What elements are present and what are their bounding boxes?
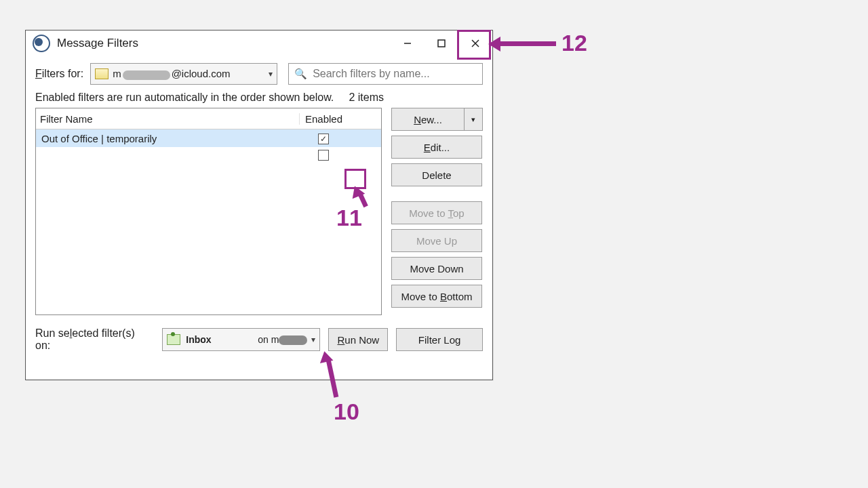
main-area: Filter Name Enabled Out of Office | temp… [35,108,483,315]
filters-for-label: Filters for: [35,68,83,80]
filter-row[interactable]: Out of Office | temporarily [36,129,381,147]
info-row: Enabled filters are run automatically in… [35,92,384,104]
filter-list[interactable]: Filter Name Enabled Out of Office | temp… [35,108,382,315]
inbox-icon [167,334,180,345]
annotation-label-11: 11 [336,205,362,231]
window-body: Filters for: m@icloud.com ▾ 🔍 Enabled fi… [26,56,492,361]
move-top-button[interactable]: Move to Top [391,201,482,224]
move-down-button[interactable]: Move Down [391,257,482,280]
app-icon [33,35,50,52]
item-count: 2 items [349,92,384,104]
minimize-icon [403,39,412,47]
annotation-arrow [498,41,556,46]
list-header: Filter Name Enabled [36,108,381,129]
enabled-checkbox[interactable] [318,134,329,144]
new-button-group: New... ▾ [391,108,483,131]
filters-for-row: Filters for: m@icloud.com ▾ 🔍 [35,63,483,85]
new-dropdown-button[interactable]: ▾ [464,108,483,131]
redacted-text [123,70,170,80]
side-buttons: New... ▾ Edit... Delete Move to Top Move… [391,108,483,315]
search-icon: 🔍 [294,68,307,80]
minimize-button[interactable] [391,30,425,56]
annotation-arrowhead [488,37,500,52]
new-button[interactable]: New... [391,108,464,131]
folder-select[interactable]: Inbox on m ▾ [162,328,320,351]
filter-row[interactable] [36,147,381,165]
annotation-label-12: 12 [561,30,587,56]
close-button[interactable] [458,30,492,56]
close-icon [471,39,480,48]
col-filter-name[interactable]: Filter Name [36,113,300,125]
svg-rect-1 [438,40,445,47]
run-label: Run selected filter(s) on: [35,327,147,352]
col-enabled[interactable]: Enabled [300,113,342,125]
mail-account-icon [95,68,108,79]
chevron-down-icon: ▾ [269,69,273,79]
search-input-wrapper[interactable]: 🔍 [288,63,483,85]
delete-button[interactable]: Delete [391,163,482,186]
account-select[interactable]: m@icloud.com ▾ [90,63,277,85]
bottom-row: Run selected filter(s) on: Inbox on m ▾ … [35,327,483,352]
folder-name: Inbox [186,334,211,345]
info-text: Enabled filters are run automatically in… [35,92,334,104]
message-filters-window: Message Filters Filters for: m@icloud.co… [25,30,493,380]
chevron-down-icon: ▾ [311,335,315,344]
move-bottom-button[interactable]: Move to Bottom [391,285,482,308]
edit-button[interactable]: Edit... [391,136,482,159]
filter-name-cell: Out of Office | temporarily [36,133,300,144]
folder-account: on m [258,334,307,345]
move-up-button[interactable]: Move Up [391,229,482,252]
annotation-label-10: 10 [334,399,359,425]
titlebar: Message Filters [26,30,492,56]
account-email: m@icloud.com [113,68,230,79]
run-now-button[interactable]: Run Now [328,328,388,351]
redacted-text [279,336,307,345]
maximize-button[interactable] [425,30,458,56]
window-title: Message Filters [57,37,138,50]
window-buttons [391,30,492,56]
chevron-down-icon: ▾ [471,115,475,124]
search-input[interactable] [311,67,477,81]
maximize-icon [437,39,446,47]
filter-log-button[interactable]: Filter Log [396,328,483,351]
enabled-checkbox[interactable] [318,150,329,161]
